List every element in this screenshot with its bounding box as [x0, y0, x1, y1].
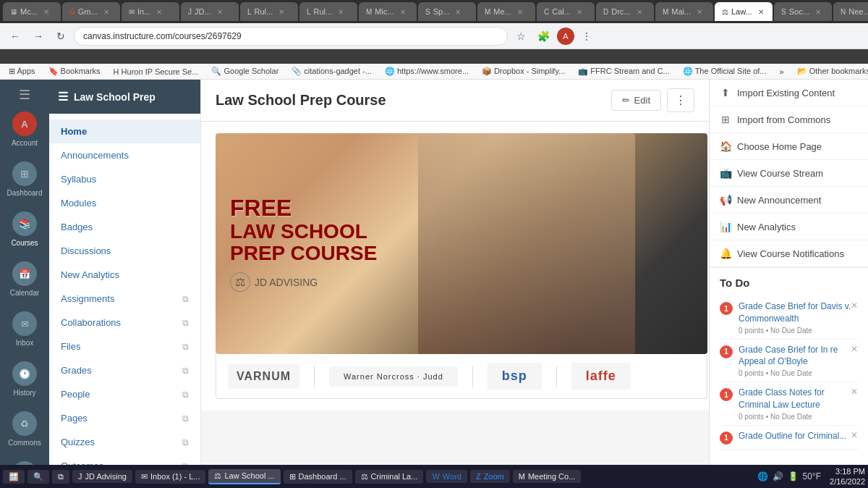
todo-close-3[interactable]: ✕ — [851, 430, 858, 440]
tab-rul2[interactable]: LRul... ✕ — [299, 2, 357, 21]
menu-item-import-existing[interactable]: ⬆ Import Existing Content — [710, 80, 868, 106]
taskbar-sound-icon[interactable]: 🔊 — [773, 471, 783, 481]
todo-close-0[interactable]: ✕ — [851, 300, 858, 311]
todo-text-1[interactable]: Grade Case Brief for In re Appeal of O'B… — [739, 344, 858, 369]
global-nav-history[interactable]: 🕐 History — [0, 354, 49, 404]
taskbar-jd-advising[interactable]: J JD Advising — [72, 470, 132, 483]
tab-mcafee[interactable]: 🖥Mc... ✕ — [3, 2, 61, 21]
bookmark-ffrc[interactable]: 📺 FFRC Stream and C... — [575, 66, 672, 77]
tab-close[interactable]: ✕ — [400, 8, 406, 16]
tab-close[interactable]: ✕ — [517, 8, 523, 16]
sidebar-item-grades[interactable]: Grades ⧉ — [49, 358, 200, 382]
sidebar-item-announcements[interactable]: Announcements — [49, 143, 200, 167]
extensions-button[interactable]: 🧩 — [533, 28, 554, 45]
hamburger-menu-button[interactable]: ☰ — [0, 85, 49, 104]
bookmark-other[interactable]: 📂 Other bookmarks — [794, 66, 868, 77]
tab-close[interactable]: ✕ — [338, 8, 344, 16]
bookmark-apps[interactable]: ⊞ Apps — [6, 66, 38, 77]
profile-button[interactable]: A — [557, 28, 574, 45]
tab-spr[interactable]: SSp... ✕ — [418, 2, 476, 21]
taskbar-word[interactable]: W Word — [426, 470, 467, 483]
tab-law-active[interactable]: ⚖Law... ✕ — [715, 2, 773, 21]
tab-close[interactable]: ✕ — [103, 8, 109, 16]
tab-close[interactable]: ✕ — [576, 8, 582, 16]
todo-text-2[interactable]: Grade Class Notes for Criminal Law Lectu… — [739, 387, 858, 411]
more-options-button[interactable]: ⋮ — [667, 88, 694, 112]
forward-button[interactable]: → — [29, 28, 48, 45]
tab-close[interactable]: ✕ — [156, 8, 162, 16]
sidebar-item-files[interactable]: Files ⧉ — [49, 335, 200, 358]
global-nav-dashboard[interactable]: ⊞ Dashboard — [0, 154, 49, 204]
sidebar-item-syllabus[interactable]: Syllabus — [49, 167, 200, 191]
taskbar-inbox[interactable]: ✉ Inbox (1) - L... — [135, 470, 205, 484]
sidebar-item-new-analytics[interactable]: New Analytics — [49, 263, 200, 287]
sidebar-item-collaborations[interactable]: Collaborations ⧉ — [49, 311, 200, 335]
taskbar-search[interactable]: 🔍 — [27, 470, 49, 484]
bookmark-scholar[interactable]: 🔍 Google Scholar — [208, 66, 281, 77]
sidebar-item-people[interactable]: People ⧉ — [49, 382, 200, 406]
bookmark-more[interactable]: » — [776, 67, 786, 77]
tab-close-active[interactable]: ✕ — [758, 8, 764, 16]
menu-item-course-notifications[interactable]: 🔔 View Course Notifications — [710, 240, 868, 267]
todo-close-1[interactable]: ✕ — [851, 344, 858, 354]
tab-close[interactable]: ✕ — [815, 8, 821, 16]
bookmark-star[interactable]: ☆ — [512, 28, 530, 45]
tab-close[interactable]: ✕ — [217, 8, 223, 16]
tab-close[interactable]: ✕ — [697, 8, 702, 16]
menu-item-new-analytics[interactable]: 📊 New Analytics — [710, 214, 868, 240]
taskbar-start[interactable]: 🪟 — [3, 470, 25, 484]
menu-button[interactable]: ⋮ — [577, 28, 596, 45]
global-nav-account[interactable]: A Account — [0, 104, 49, 154]
sidebar-item-modules[interactable]: Modules — [49, 191, 200, 215]
tab-close[interactable]: ✕ — [637, 8, 642, 16]
taskbar-law-school[interactable]: ⚖ Law School ... — [208, 469, 280, 484]
taskbar-meeting[interactable]: M Meeting Co... — [513, 470, 582, 483]
back-button[interactable]: ← — [6, 28, 25, 45]
taskbar-dashboard[interactable]: ⊞ Dashboard ... — [284, 470, 352, 484]
address-bar[interactable]: canvas.instructure.com/courses/2697629 — [74, 27, 508, 46]
tab-mai[interactable]: MMai... ✕ — [655, 2, 713, 21]
edit-button[interactable]: ✏ Edit — [611, 90, 661, 111]
todo-close-2[interactable]: ✕ — [851, 387, 858, 397]
sidebar-item-home[interactable]: Home — [49, 119, 200, 143]
refresh-button[interactable]: ↻ — [52, 28, 69, 45]
taskbar-network-icon[interactable]: 🌐 — [757, 471, 768, 481]
taskbar-task-view[interactable]: ⧉ — [52, 470, 69, 484]
menu-item-import-commons[interactable]: ⊞ Import from Commons — [710, 106, 868, 133]
taskbar-battery-icon[interactable]: 🔋 — [788, 471, 799, 481]
sidebar-item-pages[interactable]: Pages ⧉ — [49, 406, 200, 430]
tab-gmail[interactable]: GGm... ✕ — [62, 2, 120, 21]
taskbar-zoom[interactable]: Z Zoom — [470, 470, 510, 483]
sidebar-item-quizzes[interactable]: Quizzes ⧉ — [49, 430, 200, 454]
tab-me[interactable]: MMe... ✕ — [477, 2, 535, 21]
tab-mic[interactable]: MMic... ✕ — [359, 2, 417, 21]
global-nav-calendar[interactable]: 📅 Calendar — [0, 254, 49, 304]
bookmark-smore[interactable]: 🌐 https://www.smore... — [382, 66, 472, 77]
menu-item-choose-home[interactable]: 🏠 Choose Home Page — [710, 133, 868, 160]
tab-close[interactable]: ✕ — [278, 8, 284, 16]
tab-close[interactable]: ✕ — [455, 8, 461, 16]
tab-cal[interactable]: CCal... ✕ — [537, 2, 595, 21]
bookmark-huron[interactable]: H Huron IP Secure Se... — [111, 67, 202, 77]
bookmark-official[interactable]: 🌐 The Official Site of... — [680, 66, 770, 77]
tab-soc[interactable]: SSoc... ✕ — [774, 2, 832, 21]
sidebar-item-discussions[interactable]: Discussions — [49, 239, 200, 263]
global-nav-inbox[interactable]: ✉ Inbox — [0, 304, 49, 354]
tab-nee[interactable]: NNee... ✕ — [833, 2, 868, 21]
bookmark-bookmarks[interactable]: 🔖 Bookmarks — [46, 66, 103, 77]
sidebar-hamburger-icon[interactable]: ☰ — [58, 90, 68, 104]
todo-text-3[interactable]: Grade Outline for Criminal... — [739, 430, 858, 442]
bookmark-citations[interactable]: 📎 citations-gadget -... — [289, 66, 375, 77]
taskbar-criminal[interactable]: ⚖ Criminal La... — [355, 470, 424, 484]
global-nav-commons[interactable]: ♻ Commons — [0, 404, 49, 454]
tab-jd[interactable]: JJD... ✕ — [181, 2, 239, 21]
bookmark-dropbox[interactable]: 📦 Dropbox - Simplify... — [479, 66, 568, 77]
menu-item-view-stream[interactable]: 📺 View Course Stream — [710, 160, 868, 187]
todo-text-0[interactable]: Grade Case Brief for Davis v. Commonweal… — [739, 300, 858, 325]
global-nav-courses[interactable]: 📚 Courses — [0, 204, 49, 254]
sidebar-item-assignments[interactable]: Assignments ⧉ — [49, 287, 200, 311]
taskbar-clock[interactable]: 3:18 PM 2/16/2022 — [830, 466, 865, 487]
tab-rul1[interactable]: LRul... ✕ — [240, 2, 298, 21]
tab-inbox[interactable]: ✉In... ✕ — [122, 2, 179, 21]
tab-close[interactable]: ✕ — [43, 8, 49, 16]
